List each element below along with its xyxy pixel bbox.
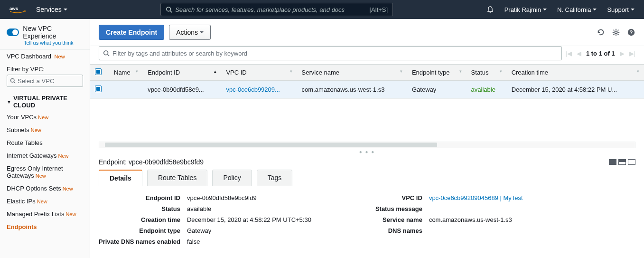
horizontal-scrollbar[interactable] xyxy=(99,142,635,148)
view-layout-1[interactable] xyxy=(609,159,616,165)
sidebar-item-label: Your VPCs xyxy=(7,114,37,121)
sidebar-item-subnets[interactable]: SubnetsNew xyxy=(0,124,90,136)
filter-placeholder: Filter by tags and attributes or search … xyxy=(112,50,247,57)
sidebar-item-endpoints[interactable]: Endpoints xyxy=(0,220,90,233)
page-first-icon[interactable]: |◀ xyxy=(566,50,572,57)
actions-menu[interactable]: Actions xyxy=(169,25,211,40)
sidebar-item-label: DHCP Options Sets xyxy=(7,185,61,192)
cell-endpoint-id: vpce-0b90dfd58e9... xyxy=(143,81,221,99)
sidebar-item-egress-only-internet-gateways[interactable]: Egress Only Internet GatewaysNew xyxy=(0,162,90,182)
sidebar-dashboard[interactable]: VPC Dashboard New xyxy=(0,50,90,63)
global-search[interactable]: Search for services, features, marketpla… xyxy=(160,3,393,16)
new-badge: New xyxy=(63,186,73,191)
label-creation-time: Creation time xyxy=(99,216,180,223)
new-badge: New xyxy=(65,211,76,217)
cell-service-name: com.amazonaws.us-west-1.s3 xyxy=(297,81,407,99)
heading-label: VIRTUAL PRIVATE CLOUD xyxy=(13,95,83,109)
support-label: Support xyxy=(607,6,629,13)
label-private-dns: Private DNS names enabled xyxy=(99,238,180,245)
filter-by-vpc-select[interactable]: Select a VPC xyxy=(7,75,83,87)
settings-button[interactable] xyxy=(612,28,620,37)
user-name: Pratik Rajmin xyxy=(504,6,541,13)
new-experience-toggle[interactable] xyxy=(7,29,19,36)
svg-point-5 xyxy=(615,31,617,33)
aws-logo[interactable]: aws xyxy=(9,5,27,14)
col-vpc-id[interactable]: VPC ID▾ xyxy=(221,65,297,81)
region-menu[interactable]: N. California xyxy=(557,6,597,13)
collapse-icon: ▼ xyxy=(7,99,11,105)
table-row[interactable]: vpce-0b90dfd58e9... vpc-0ce6cb99209... c… xyxy=(90,81,644,99)
actions-label: Actions xyxy=(176,29,198,36)
table-filter-input[interactable]: Filter by tags and attributes or search … xyxy=(99,46,562,60)
sidebar-item-route-tables[interactable]: Route Tables xyxy=(0,136,90,149)
cell-name xyxy=(109,81,143,99)
caret-down-icon xyxy=(543,9,547,10)
svg-point-8 xyxy=(104,51,108,55)
support-menu[interactable]: Support xyxy=(607,6,635,13)
tab-route-tables[interactable]: Route Tables xyxy=(147,170,207,186)
services-menu[interactable]: Services xyxy=(36,6,67,13)
detail-title: Endpoint: vpce-0b90dfd58e9bc9fd9 xyxy=(99,158,204,166)
sidebar-item-label: Endpoints xyxy=(7,223,37,230)
value-endpoint-id: vpce-0b90dfd58e9bc9fd9 xyxy=(187,194,356,201)
new-badge: New xyxy=(31,127,41,133)
label-status: Status xyxy=(99,205,180,212)
col-endpoint-type[interactable]: Endpoint type▾ xyxy=(407,65,467,81)
cell-creation-time: December 15, 2020 at 4:58:22 PM U... xyxy=(507,81,644,99)
help-button[interactable]: ? xyxy=(627,28,635,37)
sidebar-item-dhcp-options-sets[interactable]: DHCP Options SetsNew xyxy=(0,182,90,195)
feedback-link[interactable]: Tell us what you think xyxy=(24,40,83,46)
create-endpoint-button[interactable]: Create Endpoint xyxy=(99,25,164,40)
new-badge: New xyxy=(37,199,47,204)
value-service-name: com.amazonaws.us-west-1.s3 xyxy=(429,216,633,223)
page-prev-icon[interactable]: ◀ xyxy=(577,50,581,57)
view-layout-3[interactable] xyxy=(628,159,635,165)
tab-tags[interactable]: Tags xyxy=(257,170,293,186)
services-label: Services xyxy=(36,6,62,13)
col-name[interactable]: Name▾ xyxy=(109,65,143,81)
sidebar-item-internet-gateways[interactable]: Internet GatewaysNew xyxy=(0,149,90,162)
sidebar-item-label: Subnets xyxy=(7,126,29,134)
new-badge: New xyxy=(58,153,69,159)
sidebar-item-your-vpcs[interactable]: Your VPCsNew xyxy=(0,111,90,124)
sidebar-heading-vpc[interactable]: ▼ VIRTUAL PRIVATE CLOUD xyxy=(0,91,90,111)
value-dns-names xyxy=(429,227,633,234)
notifications-button[interactable] xyxy=(486,6,494,13)
sidebar-item-elastic-ips[interactable]: Elastic IPsNew xyxy=(0,195,90,208)
value-status-message xyxy=(429,205,633,212)
cell-endpoint-type: Gateway xyxy=(407,81,467,99)
page-last-icon[interactable]: ▶| xyxy=(629,50,635,57)
row-checkbox[interactable] xyxy=(95,86,102,92)
page-next-icon[interactable]: ▶ xyxy=(620,50,625,57)
value-creation-time: December 15, 2020 at 4:58:22 PM UTC+5:30 xyxy=(187,216,356,223)
svg-point-3 xyxy=(11,79,15,83)
select-all-checkbox[interactable] xyxy=(95,68,102,75)
resize-handle[interactable]: ● ● ● xyxy=(90,148,644,155)
main-content: Create Endpoint Actions ? Filter b xyxy=(90,19,644,258)
user-menu[interactable]: Pratik Rajmin xyxy=(504,6,547,13)
caret-down-icon xyxy=(631,9,635,10)
svg-line-4 xyxy=(14,82,15,83)
col-endpoint-id[interactable]: Endpoint ID▴ xyxy=(143,65,221,81)
tab-policy[interactable]: Policy xyxy=(212,170,252,186)
cell-vpc-id-link[interactable]: vpc-0ce6cb99209... xyxy=(226,86,280,93)
caret-down-icon xyxy=(200,31,204,33)
tab-details[interactable]: Details xyxy=(99,170,142,186)
svg-point-1 xyxy=(167,7,171,11)
refresh-button[interactable] xyxy=(597,28,605,37)
label-status-message: Status message xyxy=(375,205,422,212)
pagination: |◀ ◀ 1 to 1 of 1 ▶ ▶| xyxy=(566,50,635,57)
value-vpc-id-link[interactable]: vpc-0ce6cb99209045689 | MyTest xyxy=(429,194,523,201)
col-creation-time[interactable]: Creation time▾ xyxy=(507,65,644,81)
col-status[interactable]: Status▾ xyxy=(467,65,507,81)
refresh-icon xyxy=(597,28,605,37)
pagination-label: 1 to 1 of 1 xyxy=(586,50,615,57)
search-shortcut: [Alt+S] xyxy=(369,6,388,13)
cell-status: available xyxy=(471,86,495,93)
endpoints-table: Name▾ Endpoint ID▴ VPC ID▾ Service name▾… xyxy=(90,64,644,99)
label-endpoint-id: Endpoint ID xyxy=(99,194,180,201)
view-layout-2[interactable] xyxy=(618,159,626,165)
sidebar-item-managed-prefix-lists[interactable]: Managed Prefix ListsNew xyxy=(0,208,90,220)
col-service-name[interactable]: Service name▾ xyxy=(297,65,407,81)
region-name: N. California xyxy=(557,6,591,13)
